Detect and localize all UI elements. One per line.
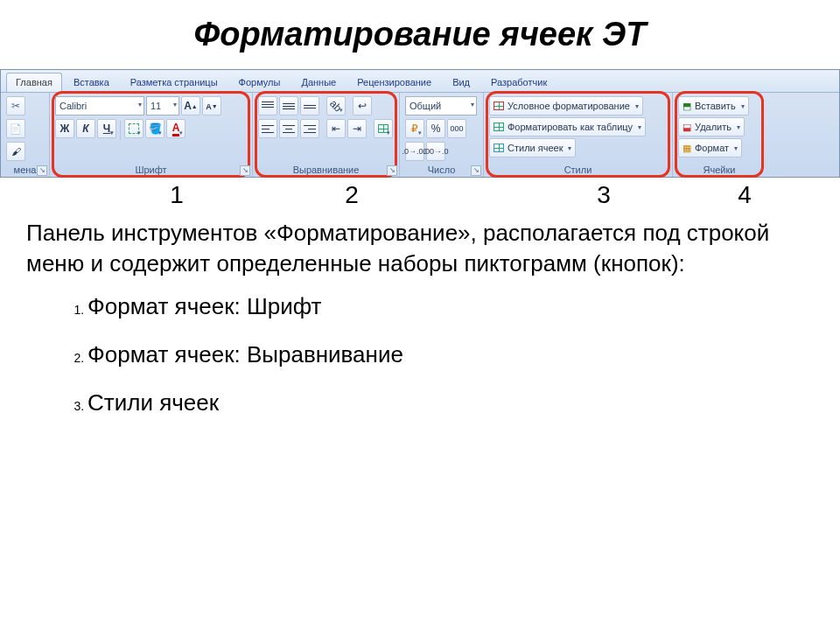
decrease-font-button[interactable]: ▼	[202, 96, 221, 116]
font-name-combo[interactable]: Calibri	[55, 96, 144, 116]
delete-cells-button[interactable]: ⬓Удалить▾	[678, 117, 745, 136]
callout-3: 3	[509, 181, 698, 209]
indent-increase-icon: ⇥	[353, 122, 361, 135]
increase-font-button[interactable]: ▲	[181, 96, 200, 116]
bold-button[interactable]: Ж	[55, 119, 74, 138]
callout-4: 4	[698, 181, 791, 209]
percent-button[interactable]: %	[426, 119, 445, 138]
font-color-icon: А	[172, 122, 180, 136]
conditional-formatting-icon	[494, 102, 504, 110]
format-label: Формат	[695, 143, 729, 153]
tab-home[interactable]: Главная	[6, 73, 62, 92]
list-item: Формат ячеек: Выравнивание	[88, 341, 814, 368]
currency-icon: ₽	[411, 122, 418, 135]
ribbon-tabs: Главная Вставка Разметка страницы Формул…	[1, 70, 839, 93]
insert-icon: ⬒	[682, 101, 691, 112]
font-size-combo[interactable]: 11	[146, 96, 179, 116]
callout-1: 1	[75, 181, 278, 209]
group-label-font: Шрифт	[55, 164, 247, 177]
item-list: Формат ячеек: Шрифт Формат ячеек: Выравн…	[26, 293, 814, 416]
tab-page-layout[interactable]: Разметка страницы	[121, 73, 228, 92]
clipboard-dialog-launcher[interactable]: ↘	[37, 165, 47, 176]
italic-button[interactable]: К	[76, 119, 95, 138]
tab-review[interactable]: Рецензирование	[347, 73, 441, 92]
group-alignment: ab ↩ ⇤ ⇥ Выравнивание	[253, 93, 400, 177]
brush-icon	[11, 145, 21, 158]
align-right-button[interactable]	[300, 119, 319, 138]
delete-icon: ⬓	[682, 122, 691, 133]
align-left-button[interactable]	[258, 119, 277, 138]
tab-data[interactable]: Данные	[291, 73, 346, 92]
delete-label: Удалить	[695, 122, 732, 132]
indent-decrease-button[interactable]: ⇤	[326, 119, 346, 138]
increase-decimal-button[interactable]: .0→.00	[405, 142, 424, 161]
align-middle-button[interactable]	[279, 96, 298, 116]
group-label-styles: Стили	[489, 164, 667, 177]
conditional-formatting-button[interactable]: Условное форматирование▾	[489, 96, 643, 116]
align-center-button[interactable]	[279, 119, 298, 138]
align-right-icon	[304, 124, 316, 133]
cut-button[interactable]	[6, 96, 25, 116]
currency-button[interactable]: ₽	[405, 119, 424, 138]
decrease-decimal-icon: .00→.0	[423, 147, 448, 156]
format-as-table-label: Форматировать как таблицу	[508, 122, 633, 132]
insert-cells-button[interactable]: ⬒Вставить▾	[678, 96, 749, 116]
align-left-icon	[262, 124, 274, 133]
align-top-icon	[262, 102, 274, 110]
group-cells: ⬒Вставить▾ ⬓Удалить▾ ▦Формат▾ Ячейки	[673, 93, 766, 177]
fill-color-button[interactable]: 🪣	[145, 119, 164, 138]
number-format-combo[interactable]: Общий	[405, 96, 477, 116]
group-font: Calibri 11 ▲ ▼ Ж К Ч 🪣 А Шр	[50, 93, 253, 177]
tab-formulas[interactable]: Формулы	[229, 73, 290, 92]
merge-icon	[378, 124, 388, 133]
font-dialog-launcher[interactable]: ↘	[240, 165, 250, 176]
callout-numbers: 1 2 3 4	[26, 181, 814, 209]
indent-increase-button[interactable]: ⇥	[347, 119, 367, 138]
thousands-button[interactable]: 000	[447, 119, 466, 138]
conditional-formatting-label: Условное форматирование	[508, 101, 630, 111]
format-painter-button[interactable]	[6, 142, 25, 161]
font-color-button[interactable]: А	[166, 119, 186, 138]
tab-insert[interactable]: Вставка	[64, 73, 119, 92]
align-top-button[interactable]	[258, 96, 277, 116]
tab-developer[interactable]: Разработчик	[481, 73, 556, 92]
group-styles: Условное форматирование▾ Форматировать к…	[484, 93, 673, 177]
list-item: Стили ячеек	[88, 389, 814, 416]
orientation-button[interactable]: ab	[326, 96, 346, 116]
alignment-dialog-launcher[interactable]: ↘	[387, 165, 397, 176]
description-paragraph: Панель инструментов «Форматирование», ра…	[26, 218, 814, 279]
indent-decrease-icon: ⇤	[332, 122, 340, 135]
orientation-icon: ab	[327, 97, 344, 114]
align-center-icon	[283, 124, 295, 133]
align-bottom-icon	[304, 102, 316, 110]
ribbon-groups: мена ↘ Calibri 11 ▲ ▼ Ж К Ч	[1, 93, 839, 177]
callout-2: 2	[278, 181, 425, 209]
format-cells-button[interactable]: ▦Формат▾	[678, 138, 742, 158]
format-as-table-icon	[494, 122, 504, 131]
bucket-icon: 🪣	[149, 122, 162, 135]
number-dialog-launcher[interactable]: ↘	[471, 165, 481, 176]
wrap-text-icon: ↩	[358, 100, 367, 112]
group-label-cells: Ячейки	[678, 164, 760, 177]
align-bottom-button[interactable]	[300, 96, 319, 116]
tab-view[interactable]: Вид	[443, 73, 480, 92]
group-label-alignment: Выравнивание	[258, 164, 394, 177]
cell-styles-button[interactable]: Стили ячеек▾	[489, 138, 576, 158]
merge-button[interactable]	[374, 119, 393, 138]
list-item: Формат ячеек: Шрифт	[88, 293, 814, 320]
copy-button[interactable]	[6, 119, 25, 138]
ribbon: Главная Вставка Разметка страницы Формул…	[0, 69, 840, 178]
decrease-decimal-button[interactable]: .00→.0	[426, 142, 445, 161]
copy-icon	[10, 122, 22, 135]
format-as-table-button[interactable]: Форматировать как таблицу▾	[489, 117, 646, 136]
slide-title: Форматирование ячеек ЭТ	[26, 16, 814, 53]
insert-label: Вставить	[695, 101, 736, 111]
wrap-text-button[interactable]: ↩	[353, 96, 372, 116]
underline-button[interactable]: Ч	[97, 119, 116, 138]
align-middle-icon	[283, 102, 295, 110]
group-clipboard: мена ↘	[1, 93, 50, 177]
borders-button[interactable]	[124, 119, 144, 138]
cell-styles-label: Стили ячеек	[508, 143, 563, 153]
borders-icon	[129, 123, 139, 134]
increase-font-icon	[184, 100, 192, 112]
